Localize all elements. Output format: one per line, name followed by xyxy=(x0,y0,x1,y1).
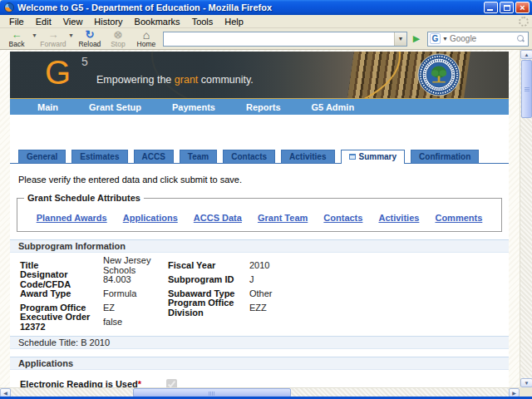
firefox-icon xyxy=(4,2,14,12)
stop-button[interactable]: ⊗ Stop xyxy=(105,28,131,49)
close-button[interactable]: × xyxy=(515,2,530,13)
back-button[interactable]: ← Back xyxy=(3,28,30,49)
field-label: Designator Code/CFDA xyxy=(20,269,103,289)
vertical-scrollbar[interactable]: ▲ ▼ xyxy=(520,50,532,387)
schedule-title-bar: Schedule Title: B 2010 xyxy=(10,336,509,349)
tab-team[interactable]: Team xyxy=(180,150,217,163)
field-value: New Jersey Schools xyxy=(103,255,168,275)
field-label: Program Office Division xyxy=(168,298,249,318)
minimize-button[interactable] xyxy=(484,2,498,13)
stop-icon: ⊗ xyxy=(113,30,122,41)
tab-general[interactable]: General xyxy=(18,150,66,163)
tab-accs[interactable]: ACCS xyxy=(134,150,174,163)
link-grant-team[interactable]: Grant Team xyxy=(258,213,308,223)
back-dropdown-icon[interactable]: ▼ xyxy=(32,32,37,38)
scrollbar-corner xyxy=(520,387,532,397)
search-input[interactable] xyxy=(450,34,517,43)
field-value: Formula xyxy=(103,288,168,298)
menu-file[interactable]: File xyxy=(3,16,30,27)
department-of-education-seal-icon xyxy=(417,53,461,96)
required-asterisk: * xyxy=(138,379,141,387)
throbber-icon xyxy=(519,17,529,27)
title-bar: Welcome to G5 - Department of Education … xyxy=(0,0,532,15)
window-title: Welcome to G5 - Department of Education … xyxy=(17,2,484,12)
field-label: Fiscal Year xyxy=(168,260,249,270)
go-button[interactable]: ▶ xyxy=(409,32,424,47)
field-value: EZZ xyxy=(249,303,267,313)
field-label: Executive Order 12372 xyxy=(20,312,103,332)
address-bar: ▼ xyxy=(163,32,407,47)
forward-button[interactable]: → Forward xyxy=(40,28,66,49)
field-row: Designator Code/CFDA 84.003 Subprogram I… xyxy=(10,272,509,286)
tab-confirmation[interactable]: Confirmation xyxy=(411,150,479,163)
banner-slogan: Empowering the grant community. xyxy=(96,74,254,86)
electronic-reading-checkbox[interactable] xyxy=(166,379,177,388)
field-row: Award Type Formula Subaward Type Other xyxy=(10,286,509,300)
search-engine-dropdown-icon[interactable]: ▼ xyxy=(442,36,448,42)
menu-edit[interactable]: Edit xyxy=(30,16,57,27)
tab-contacts[interactable]: Contacts xyxy=(223,150,275,163)
back-icon: ← xyxy=(12,30,22,41)
menu-history[interactable]: History xyxy=(88,16,128,27)
nav-reports[interactable]: Reports xyxy=(246,102,281,112)
link-planned-awards[interactable]: Planned Awards xyxy=(37,213,107,223)
forward-icon: → xyxy=(47,30,58,41)
subprogram-information-header: Subprogram Information xyxy=(10,239,509,253)
summary-tab-icon xyxy=(349,154,356,160)
browser-viewport: G 5 Empowering the grant community. xyxy=(0,50,520,387)
reload-button[interactable]: ↻ Reload xyxy=(76,28,103,49)
applications-header: Applications xyxy=(10,357,509,370)
vertical-scroll-thumb[interactable] xyxy=(521,60,532,118)
link-comments[interactable]: Comments xyxy=(435,213,482,223)
nav-g5-admin[interactable]: G5 Admin xyxy=(312,102,355,112)
main-nav-bar: Main Grant Setup Payments Reports G5 Adm… xyxy=(10,98,509,115)
address-input[interactable] xyxy=(164,33,394,45)
link-activities[interactable]: Activities xyxy=(378,213,419,223)
search-engine-icon[interactable]: G xyxy=(430,33,441,44)
nav-grant-setup[interactable]: Grant Setup xyxy=(89,102,141,112)
navigation-toolbar: ← Back ▼ → Forward ▼ ↻ Reload ⊗ Stop ⌂ H… xyxy=(0,28,532,50)
verify-message: Please verify the entered data and click… xyxy=(18,175,509,185)
tab-estimates[interactable]: Estimates xyxy=(71,150,127,163)
address-dropdown-icon[interactable]: ▼ xyxy=(394,32,406,46)
field-value: false xyxy=(103,317,168,327)
forward-dropdown-icon[interactable]: ▼ xyxy=(68,32,74,38)
home-button[interactable]: ⌂ Home xyxy=(133,28,160,49)
link-applications[interactable]: Applications xyxy=(123,213,178,223)
reload-icon: ↻ xyxy=(85,30,94,41)
scroll-up-icon[interactable]: ▲ xyxy=(520,50,532,59)
search-box: G ▼ xyxy=(427,32,529,47)
menu-bar: File Edit View History Bookmarks Tools H… xyxy=(0,15,532,28)
field-row: Executive Order 12372 false xyxy=(10,314,509,328)
field-label: Electronic Reading is Used* xyxy=(20,379,166,387)
g5-banner: G 5 Empowering the grant community. xyxy=(10,52,509,98)
wizard-tabs: General Estimates ACCS Team Contacts Act… xyxy=(10,149,509,164)
grant-schedule-attributes-box: Grant Schedule Attributes Planned Awards… xyxy=(17,193,502,232)
nav-main[interactable]: Main xyxy=(37,102,58,112)
field-label: Subprogram ID xyxy=(168,274,249,284)
browser-window: Welcome to G5 - Department of Education … xyxy=(0,0,532,399)
menu-view[interactable]: View xyxy=(57,16,89,27)
g5-logo-five: 5 xyxy=(81,55,88,68)
nav-payments[interactable]: Payments xyxy=(172,102,215,112)
search-icon[interactable] xyxy=(517,35,525,42)
g5-logo: G xyxy=(45,53,71,91)
menu-bookmarks[interactable]: Bookmarks xyxy=(129,16,186,27)
link-contacts[interactable]: Contacts xyxy=(323,213,362,223)
field-label: Award Type xyxy=(20,288,103,298)
tab-summary[interactable]: Summary xyxy=(341,150,406,164)
horizontal-scrollbar[interactable]: ◀ ▶ xyxy=(0,387,520,397)
attributes-legend: Grant Schedule Attributes xyxy=(24,193,144,203)
menu-tools[interactable]: Tools xyxy=(186,16,219,27)
tab-activities[interactable]: Activities xyxy=(281,150,334,163)
field-value: 84.003 xyxy=(103,274,168,284)
field-value: J xyxy=(249,274,254,284)
scroll-down-icon[interactable]: ▼ xyxy=(520,378,532,387)
menu-help[interactable]: Help xyxy=(219,16,249,27)
electronic-reading-row: Electronic Reading is Used* xyxy=(10,375,509,387)
maximize-button[interactable] xyxy=(500,2,514,13)
home-icon: ⌂ xyxy=(143,30,150,41)
field-value: 2010 xyxy=(249,260,269,270)
field-value: EZ xyxy=(103,303,168,313)
link-accs-data[interactable]: ACCS Data xyxy=(194,213,242,223)
